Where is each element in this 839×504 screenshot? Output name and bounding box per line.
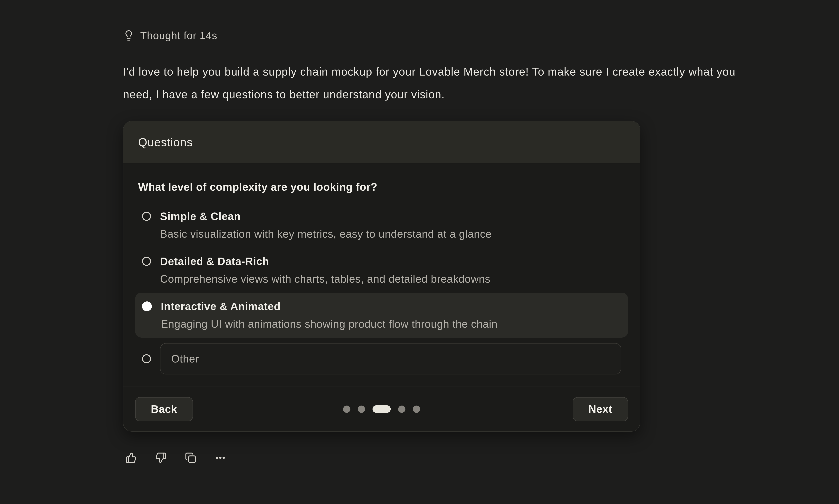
thumbs-down-icon <box>155 452 167 464</box>
radio-icon <box>142 212 151 221</box>
thinking-toggle[interactable]: Thought for 14s <box>123 29 217 41</box>
more-options-button[interactable] <box>215 452 226 464</box>
option-label: Detailed & Data-Rich <box>160 253 490 270</box>
option-description: Comprehensive views with charts, tables,… <box>160 271 490 287</box>
back-button[interactable]: Back <box>135 397 193 421</box>
pagination-dot <box>358 406 365 413</box>
thumbs-up-button[interactable] <box>125 452 137 464</box>
option-label: Simple & Clean <box>160 208 492 224</box>
thumbs-up-icon <box>125 452 137 464</box>
pagination-dot-active <box>372 406 391 413</box>
option-description: Engaging UI with animations showing prod… <box>161 316 497 332</box>
copy-button[interactable] <box>185 452 196 464</box>
option-detailed-data-rich[interactable]: Detailed & Data-Rich Comprehensive views… <box>135 248 628 293</box>
card-title: Questions <box>138 136 193 149</box>
chat-page: Thought for 14s I'd love to help you bui… <box>0 0 839 504</box>
next-button[interactable]: Next <box>573 397 628 421</box>
more-options-icon <box>215 452 226 464</box>
other-input[interactable] <box>160 343 621 374</box>
options-list: Simple & Clean Basic visualization with … <box>135 202 628 380</box>
option-label: Interactive & Animated <box>161 298 497 314</box>
option-description: Basic visualization with key metrics, ea… <box>160 226 492 242</box>
card-header: Questions <box>123 121 640 163</box>
thought-label: Thought for 14s <box>140 29 217 41</box>
lightbulb-icon <box>123 30 134 41</box>
question-text: What level of complexity are you looking… <box>138 181 625 193</box>
thumbs-down-button[interactable] <box>155 452 167 464</box>
card-footer: Back Next <box>123 386 640 431</box>
pagination-dot <box>398 406 405 413</box>
pagination-dot <box>413 406 420 413</box>
option-simple-clean[interactable]: Simple & Clean Basic visualization with … <box>135 202 628 248</box>
card-body: What level of complexity are you looking… <box>123 163 640 380</box>
assistant-message: I'd love to help you build a supply chai… <box>123 60 760 106</box>
pagination-dot <box>343 406 350 413</box>
option-other[interactable] <box>135 338 628 380</box>
radio-icon <box>142 257 151 266</box>
copy-icon <box>185 452 196 464</box>
pagination-dots <box>343 406 420 413</box>
option-interactive-animated[interactable]: Interactive & Animated Engaging UI with … <box>135 293 628 338</box>
questions-card: Questions What level of complexity are y… <box>123 121 640 432</box>
radio-icon <box>142 354 151 363</box>
message-actions <box>125 452 226 464</box>
radio-selected-icon <box>142 302 152 311</box>
